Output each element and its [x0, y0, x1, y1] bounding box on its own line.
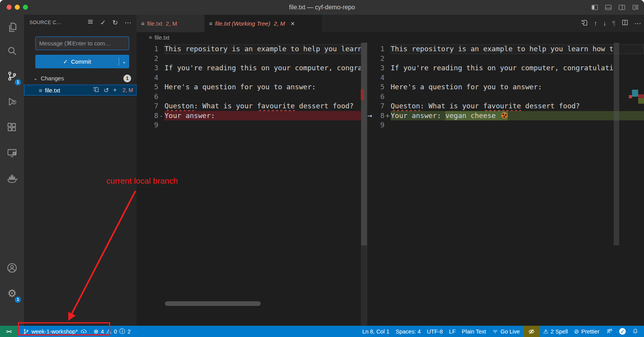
file-icon: ≡	[39, 87, 42, 94]
show-whitespace-icon[interactable]: ¶	[612, 20, 616, 28]
code-line[interactable]: 9	[137, 120, 361, 130]
code-line[interactable]: 2	[137, 54, 361, 64]
code-line[interactable]: 5Here's a question for you to answer:	[367, 82, 644, 92]
commit-dropdown-icon[interactable]: ⌄	[119, 59, 129, 64]
previous-change-icon[interactable]: ↑	[594, 20, 597, 28]
feedback-item[interactable]	[602, 326, 616, 337]
docker-icon[interactable]	[0, 169, 24, 188]
code-line[interactable]: 2	[367, 54, 644, 64]
code-line[interactable]: 4	[367, 73, 644, 83]
view-as-list-icon[interactable]	[87, 18, 94, 27]
bell-icon	[632, 328, 639, 335]
changes-section-header[interactable]: ⌄ Changes 1	[24, 73, 137, 83]
deleted-overview-mark	[361, 89, 364, 100]
code-line[interactable]: 7Queston: What is your favourite dessert…	[367, 101, 644, 111]
encoding-item[interactable]: UTF-8	[424, 326, 446, 337]
file-icon: ≡	[141, 21, 144, 27]
open-file-icon[interactable]	[581, 19, 588, 28]
warning-icon: ⚠	[543, 328, 548, 335]
added-line-sign: +	[384, 111, 391, 121]
deleted-line-sign: -	[158, 111, 164, 121]
commit-message-placeholder: Message (⌘Enter to com…	[39, 40, 111, 47]
go-live-item[interactable]: Go Live	[489, 326, 523, 337]
left-scrollbar[interactable]	[361, 43, 367, 245]
commit-check-icon[interactable]: ✓	[100, 19, 106, 27]
breadcrumb-file: file.txt	[155, 35, 170, 41]
changed-file-name: file.txt	[45, 87, 60, 94]
circle-slash-icon: ⊘	[574, 328, 579, 335]
code-line[interactable]: 3If you're reading this on your computer…	[367, 63, 644, 73]
cursor-position-item[interactable]: Ln 8, Col 1	[359, 326, 393, 337]
eye-off-icon	[528, 328, 535, 335]
code-line[interactable]: 6	[367, 92, 644, 102]
code-line[interactable]: 6	[137, 92, 361, 102]
overview-deleted-mark	[638, 94, 644, 98]
editor-splitter[interactable]	[361, 43, 367, 326]
annotation-highlight-box	[18, 322, 110, 335]
code-line[interactable]: 7Queston: What is your favourite dessert…	[137, 101, 361, 111]
error-lens-toggle-item[interactable]	[523, 326, 540, 337]
code-line[interactable]: 3If you're reading this on your computer…	[137, 63, 361, 73]
overview-error-mark	[629, 95, 632, 98]
info-count: 2	[127, 328, 130, 335]
more-actions-icon[interactable]: ⋯	[125, 19, 131, 27]
vscode-window: file.txt — cyf-demo-repo 1	[0, 0, 644, 337]
split-editor-icon[interactable]	[621, 19, 628, 28]
tab-file-txt-working-tree[interactable]: ≡ file.txt (Working Tree) 2, M ✕	[204, 15, 322, 32]
toggle-panel-icon[interactable]	[604, 3, 612, 11]
warning-count: 0	[114, 328, 117, 335]
code-line[interactable]: 1This repository is an example to help y…	[137, 44, 361, 54]
accounts-icon[interactable]	[0, 259, 24, 277]
changed-file-row[interactable]: ≡ file.txt ↺ + 2, M	[24, 85, 137, 96]
editor-group: ≡ file.txt 2, M ≡ file.txt (Working Tree…	[137, 15, 644, 326]
deleted-code-line[interactable]: 8-Your answer:	[137, 111, 361, 121]
refresh-icon[interactable]: ↻	[113, 19, 118, 27]
code-line[interactable]: 4	[137, 73, 361, 83]
settings-gear-icon[interactable]: ⚙ 1	[0, 284, 24, 303]
tab-bar: ≡ file.txt 2, M ≡ file.txt (Working Tree…	[137, 15, 644, 32]
extensions-icon[interactable]	[0, 118, 24, 137]
code-line[interactable]: 5Here's a question for you to answer:	[137, 82, 361, 92]
more-actions-icon[interactable]: ⋯	[634, 19, 641, 28]
remote-explorer-icon[interactable]	[0, 144, 24, 162]
diff-modified-pane[interactable]: 1This repository is an example to help y…	[367, 43, 644, 326]
discard-changes-icon[interactable]: ↺	[104, 87, 109, 94]
breadcrumb[interactable]: ≡ file.txt	[137, 32, 644, 43]
search-icon[interactable]	[0, 42, 24, 60]
code-line[interactable]: 9	[367, 120, 644, 130]
right-scrollbar[interactable]	[614, 43, 619, 245]
remote-indicator[interactable]: ><	[0, 326, 17, 337]
language-mode-item[interactable]: Plain Text	[459, 326, 489, 337]
chevron-down-icon: ⌄	[33, 75, 38, 81]
check-icon: ✓	[63, 58, 68, 65]
toggle-primary-sidebar-icon[interactable]	[591, 3, 599, 11]
toggle-secondary-sidebar-icon[interactable]	[618, 3, 626, 11]
prettier-item[interactable]: ⊘ Prettier	[571, 326, 602, 337]
indentation-item[interactable]: Spaces: 4	[393, 326, 424, 337]
extension-status-item[interactable]: ✓	[616, 326, 629, 337]
overview-added-mark	[638, 98, 644, 104]
spell-checker-item[interactable]: ⚠ 2 Spell	[540, 326, 571, 337]
commit-button[interactable]: ✓ Commit ⌄	[35, 55, 129, 68]
eol-item[interactable]: LF	[446, 326, 459, 337]
person-feedback-icon	[606, 328, 613, 335]
notifications-item[interactable]	[629, 326, 644, 337]
stage-changes-icon[interactable]: +	[113, 87, 116, 94]
customize-layout-icon[interactable]	[632, 3, 639, 11]
run-debug-icon[interactable]	[0, 92, 24, 111]
commit-message-input[interactable]: Message (⌘Enter to com…	[35, 36, 129, 50]
broadcast-icon	[492, 328, 498, 334]
open-file-icon[interactable]	[93, 86, 99, 94]
dessert-emoji-icon	[501, 112, 508, 119]
misspelled-word: favourite	[257, 101, 295, 111]
explorer-icon[interactable]	[0, 18, 24, 36]
tab-file-txt[interactable]: ≡ file.txt 2, M	[137, 15, 204, 32]
horizontal-scrollbar[interactable]	[165, 301, 261, 306]
code-line[interactable]: 1This repository is an example to help y…	[367, 44, 644, 54]
source-control-icon[interactable]: 1	[0, 67, 24, 85]
info-icon: ⓘ	[119, 328, 125, 335]
close-tab-icon[interactable]: ✕	[291, 21, 295, 27]
source-control-badge: 1	[15, 79, 21, 85]
added-code-line[interactable]: 8+Your answer: vegan cheese	[367, 111, 644, 121]
next-change-icon[interactable]: ↓	[603, 20, 606, 28]
